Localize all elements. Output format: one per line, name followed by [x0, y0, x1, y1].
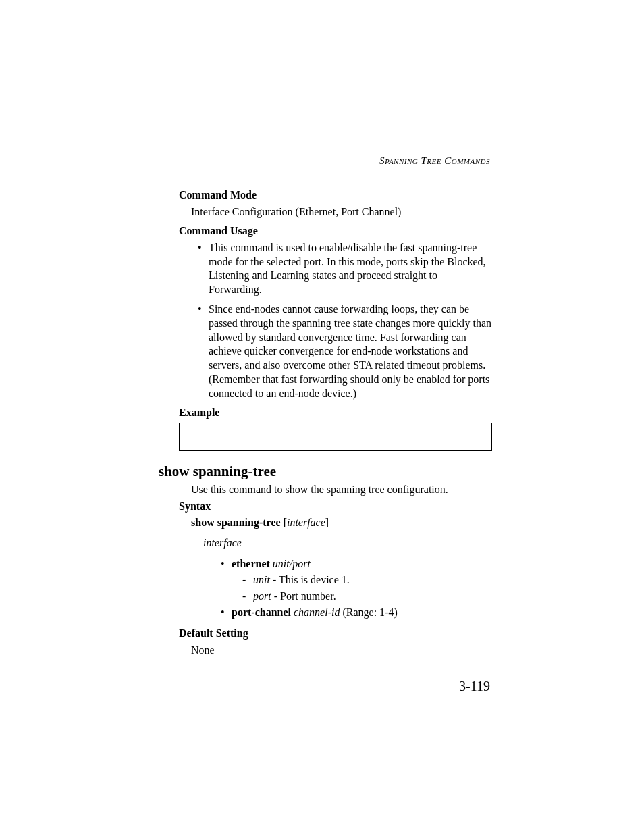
ethernet-italic: unit/port — [273, 558, 311, 569]
command-usage-item: This command is used to enable/disable t… — [200, 241, 492, 297]
ethernet-sublist: unit - This is device 1. port - Port num… — [246, 572, 492, 604]
ethernet-bold: ethernet — [232, 558, 270, 569]
default-setting-text: None — [191, 644, 492, 658]
syntax-command: show spanning-tree [interface] — [191, 517, 492, 529]
syntax-block: show spanning-tree [interface] interface… — [191, 517, 492, 621]
command-usage-item: Since end-nodes cannot cause forwarding … — [200, 303, 492, 401]
page-header: Spanning Tree Commands — [379, 155, 490, 167]
command-title: show spanning-tree — [159, 463, 492, 480]
default-setting-heading: Default Setting — [179, 627, 492, 640]
command-usage-list: This command is used to enable/disable t… — [200, 241, 492, 401]
port-channel-italic: channel-id — [294, 606, 340, 618]
command-mode-heading: Command Mode — [179, 189, 492, 201]
syntax-interface-list: ethernet unit/port unit - This is device… — [223, 556, 492, 621]
example-code-box — [179, 423, 492, 451]
unit-italic: unit — [253, 574, 270, 585]
syntax-cmd-italic: interface — [287, 517, 325, 528]
syntax-cmd-bracket-close: ] — [325, 517, 329, 528]
command-mode-text: Interface Configuration (Ethernet, Port … — [191, 205, 492, 219]
syntax-cmd-bracket-open: [ — [281, 517, 287, 528]
page-number: 3-119 — [459, 679, 490, 694]
port-desc: port - Port number. — [246, 588, 492, 604]
unit-desc: unit - This is device 1. — [246, 572, 492, 588]
syntax-interface-label: interface — [203, 537, 492, 549]
port-text: - Port number. — [271, 590, 336, 602]
command-usage-heading: Command Usage — [179, 225, 492, 237]
example-heading: Example — [179, 407, 492, 419]
syntax-cmd-bold: show spanning-tree — [191, 517, 281, 528]
command-description: Use this command to show the spanning tr… — [191, 483, 492, 497]
syntax-heading: Syntax — [179, 500, 492, 513]
port-channel-text: (Range: 1-4) — [340, 606, 397, 618]
unit-text: - This is device 1. — [270, 574, 350, 585]
port-channel-bold: port-channel — [232, 606, 291, 618]
main-content: Command Mode Interface Configuration (Et… — [179, 189, 492, 658]
syntax-ethernet: ethernet unit/port unit - This is device… — [223, 556, 492, 604]
port-italic: port — [253, 590, 271, 602]
syntax-port-channel: port-channel channel-id (Range: 1-4) — [223, 604, 492, 621]
